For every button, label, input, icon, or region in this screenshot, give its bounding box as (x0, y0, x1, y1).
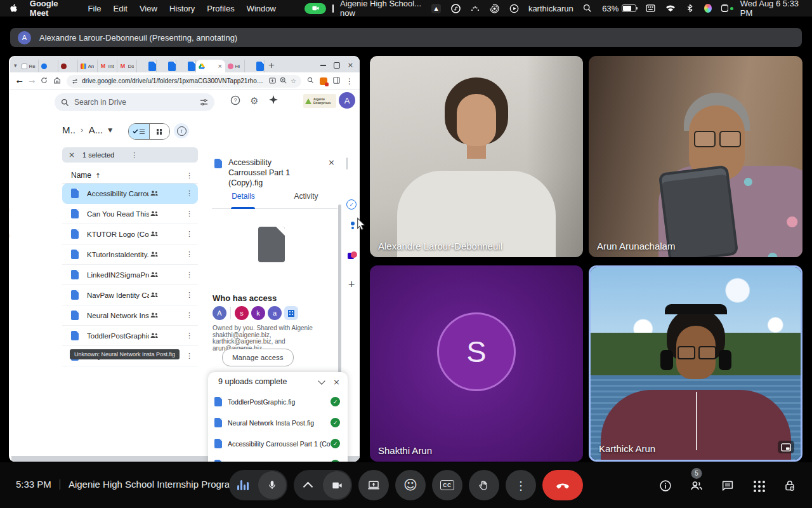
bluetooth-icon[interactable] (685, 3, 695, 13)
camera-control[interactable] (294, 470, 352, 500)
row-menu-icon[interactable]: ⋮ (186, 271, 193, 279)
upload-item[interactable]: ToddlerPostGraphic.fig✓ (208, 391, 348, 412)
chat-button[interactable] (719, 478, 736, 494)
sort-ascending-icon[interactable]: ↑ (95, 172, 100, 179)
breadcrumb-root[interactable]: M.. (62, 124, 75, 135)
access-avatar[interactable]: A (213, 306, 226, 320)
tab-activity[interactable]: Activity (275, 192, 337, 208)
menu-window[interactable]: Window (247, 4, 276, 13)
keyboard-brightness-icon[interactable] (470, 3, 480, 13)
file-row[interactable]: NavPaw Identity Ca... ⋮ (62, 285, 198, 305)
present-button[interactable] (358, 470, 389, 500)
close-details-icon[interactable]: × (328, 157, 335, 188)
tab-details[interactable]: Details (212, 192, 275, 208)
menubar-clock[interactable]: Wed Aug 6 5:33 PM (740, 0, 803, 18)
file-row[interactable]: LinkedIN2SigmaPro... ⋮ (62, 265, 198, 285)
window-minimize-icon[interactable] (320, 65, 326, 66)
clear-selection-icon[interactable]: × (69, 150, 75, 159)
row-menu-icon[interactable]: ⋮ (186, 331, 193, 340)
upload-item[interactable]: Can You Read This_ (Copy).fig✓ (208, 454, 348, 462)
list-header[interactable]: Name ↑ ⋮ (62, 168, 198, 184)
activities-button[interactable] (750, 478, 767, 494)
calendar-icon[interactable] (346, 157, 348, 170)
triangle-app-icon[interactable]: ▲ (431, 3, 441, 13)
camera-button[interactable] (323, 471, 351, 499)
video-tile-shakthi[interactable]: S Shakthi Arun (370, 265, 583, 462)
side-panel-icon[interactable] (333, 77, 340, 86)
browser-tab[interactable] (39, 60, 58, 72)
url-text[interactable]: drive.google.com/drive/u/1/folders/1pxma… (82, 77, 265, 84)
siri-icon[interactable] (704, 4, 712, 13)
details-info-icon[interactable]: i (174, 123, 189, 138)
host-controls-button[interactable] (782, 478, 798, 494)
upload-item[interactable]: Accessibility Carroussel Part 1 (Copy)..… (208, 433, 348, 454)
reload-icon[interactable] (41, 77, 48, 86)
drive-search-bar[interactable]: Search in Drive (55, 93, 214, 111)
file-row[interactable]: ToddlerPostGraphic... ⋮ (62, 326, 198, 346)
browser-tab[interactable]: MInb (98, 60, 117, 72)
fast-user-switch-icon[interactable] (721, 4, 731, 12)
menu-history[interactable]: History (169, 4, 195, 13)
screen-mirroring-icon[interactable] (490, 3, 499, 13)
picture-in-picture-icon[interactable] (778, 441, 794, 453)
upload-item[interactable]: Neural Network Insta Post.fig✓ (208, 412, 348, 433)
access-avatar[interactable]: s (235, 306, 249, 320)
access-avatar[interactable]: a (268, 306, 282, 320)
browser-tab[interactable]: kw (137, 60, 157, 72)
back-icon[interactable]: ← (16, 77, 23, 86)
browser-tab[interactable]: MDo (117, 60, 137, 72)
row-menu-icon[interactable]: ⋮ (186, 311, 193, 319)
row-menu-icon[interactable]: ⋮ (186, 210, 193, 218)
save-address-icon[interactable] (269, 77, 276, 85)
browser-menu-icon[interactable]: ⋮ (346, 77, 353, 86)
menu-profiles[interactable]: Profiles (207, 4, 234, 13)
wifi-icon[interactable] (665, 3, 676, 13)
collapse-uploads-icon[interactable] (318, 377, 325, 384)
menubar-app-name[interactable]: Google Meet (30, 0, 76, 18)
grid-view-toggle[interactable] (149, 124, 170, 139)
row-menu-icon[interactable]: ⋮ (186, 291, 193, 299)
search-filter-icon[interactable] (200, 98, 208, 106)
search-tabs-icon[interactable] (307, 77, 314, 86)
add-addon-icon[interactable]: + (346, 279, 357, 289)
people-button[interactable]: 5 (688, 478, 705, 494)
video-tile-alexandre[interactable]: Alexandre Larour-Debonneuil (370, 56, 583, 257)
browser-tab[interactable] (58, 60, 78, 72)
forward-icon[interactable]: → (29, 77, 35, 86)
browser-tab[interactable]: An (245, 60, 265, 72)
site-info-icon[interactable] (72, 76, 78, 87)
mic-button[interactable] (258, 471, 286, 499)
details-scrollbar[interactable] (338, 204, 341, 385)
video-tile-karthick[interactable]: Karthick Arun (589, 265, 802, 462)
browser-tab[interactable]: Ak (176, 60, 196, 72)
manage-access-button[interactable]: Manage access (222, 349, 294, 366)
layout-toggle[interactable] (128, 123, 170, 140)
browser-tab[interactable]: Ak (157, 60, 176, 72)
folder-dropdown-icon[interactable]: ▼ (108, 127, 112, 133)
file-row[interactable]: Neural Network Inst... ⋮ (62, 305, 198, 326)
close-uploads-icon[interactable]: × (333, 377, 340, 387)
list-header-menu-icon[interactable]: ⋮ (186, 171, 193, 180)
breadcrumb-current[interactable]: A... (89, 124, 103, 135)
drive-account-avatar[interactable]: A (339, 92, 355, 109)
row-menu-icon[interactable]: ⋮ (186, 230, 193, 238)
gemini-sparkle-icon[interactable] (266, 95, 280, 106)
meeting-details-button[interactable] (657, 478, 674, 494)
browser-tab-active-drive[interactable]: × (196, 60, 225, 72)
mic-control[interactable] (229, 470, 287, 500)
row-menu-icon[interactable]: ⋮ (186, 189, 193, 197)
zoom-page-icon[interactable] (280, 77, 287, 85)
battery-icon[interactable] (622, 4, 636, 12)
apps-grid-icon[interactable] (284, 97, 298, 107)
now-playing-icon[interactable] (509, 3, 518, 13)
shazam-icon[interactable] (450, 3, 460, 13)
file-row[interactable]: Accessibility Carrou... ⋮ (62, 184, 198, 204)
menu-view[interactable]: View (140, 4, 157, 13)
menubar-notification[interactable]: Aigenie High School... now (340, 0, 431, 18)
tab-search-chevron-icon[interactable]: ▾ (14, 62, 17, 69)
camera-options-icon[interactable] (303, 481, 313, 491)
window-maximize-icon[interactable] (334, 62, 340, 69)
tasks-icon[interactable]: ✓ (346, 199, 357, 210)
extension-icon[interactable] (320, 77, 327, 85)
list-view-toggle[interactable] (129, 124, 149, 139)
